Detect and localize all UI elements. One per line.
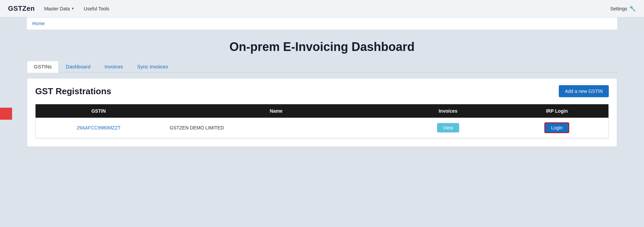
cell-invoices: View bbox=[391, 118, 505, 138]
tab-sync-invoices[interactable]: Sync Invoices bbox=[130, 61, 175, 72]
nav-master-data[interactable]: Master Data ▼ bbox=[44, 6, 74, 11]
tab-dashboard[interactable]: Dashboard bbox=[59, 61, 97, 72]
col-header-invoices: Invoices bbox=[391, 104, 505, 118]
nav-useful-tools[interactable]: Useful Tools bbox=[84, 6, 109, 11]
add-gstin-button[interactable]: Add a new GSTIN bbox=[559, 85, 609, 97]
table-row: 29AAFCC9980MZZT GSTZEN DEMO LIMITED View… bbox=[36, 118, 608, 138]
settings-label: Settings bbox=[610, 6, 627, 11]
card-header: GST Registrations Add a new GSTIN bbox=[35, 85, 609, 97]
gstin-table-wrapper: GSTIN Name Invoices IRP Login 29AAFCC998… bbox=[35, 104, 609, 138]
col-header-gstin: GSTIN bbox=[36, 104, 162, 118]
breadcrumb-home[interactable]: Home bbox=[32, 21, 45, 26]
navbar-left: GSTZen Master Data ▼ Useful Tools bbox=[8, 5, 109, 12]
card-title: GST Registrations bbox=[35, 86, 111, 97]
tab-invoices[interactable]: Invoices bbox=[98, 61, 130, 72]
brand-logo: GSTZen bbox=[8, 5, 35, 12]
col-header-irp-login: IRP Login bbox=[505, 104, 608, 118]
page-title: On-prem E-Invoicing Dashboard bbox=[27, 30, 617, 61]
main-content: On-prem E-Invoicing Dashboard GSTINs Das… bbox=[0, 30, 644, 157]
irp-login-button[interactable]: Login bbox=[544, 122, 569, 133]
breadcrumb-bar: Home bbox=[27, 17, 617, 30]
gstin-link[interactable]: 29AAFCC9980MZZT bbox=[76, 125, 120, 130]
gstin-table: GSTIN Name Invoices IRP Login 29AAFCC998… bbox=[36, 104, 608, 138]
tabs-container: GSTINs Dashboard Invoices Sync Invoices bbox=[27, 61, 617, 73]
cell-name: GSTZEN DEMO LIMITED bbox=[162, 118, 391, 138]
col-header-name: Name bbox=[162, 104, 391, 118]
table-body: 29AAFCC9980MZZT GSTZEN DEMO LIMITED View… bbox=[36, 118, 608, 138]
cell-irp-login: Login bbox=[505, 118, 608, 138]
floating-action-button[interactable] bbox=[0, 108, 12, 120]
navbar-right[interactable]: Settings 🔧 bbox=[610, 5, 636, 12]
tab-gstins[interactable]: GSTINs bbox=[27, 61, 59, 73]
cell-gstin: 29AAFCC9980MZZT bbox=[36, 118, 162, 138]
navbar: GSTZen Master Data ▼ Useful Tools Settin… bbox=[0, 0, 644, 17]
master-data-dropdown-arrow: ▼ bbox=[71, 7, 74, 10]
gst-registrations-card: GST Registrations Add a new GSTIN GSTIN … bbox=[27, 78, 617, 147]
settings-icon: 🔧 bbox=[629, 5, 636, 12]
table-header: GSTIN Name Invoices IRP Login bbox=[36, 104, 608, 118]
view-invoices-button[interactable]: View bbox=[437, 123, 459, 132]
